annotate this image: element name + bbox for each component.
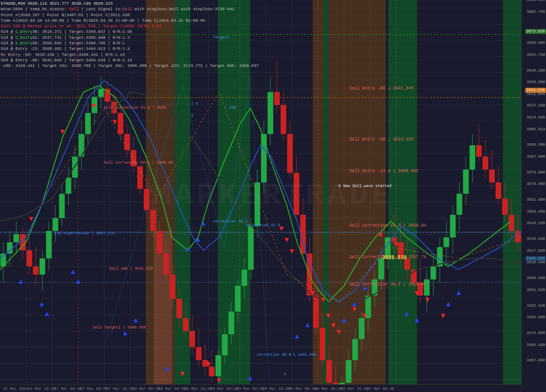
chart-canvas: [0, 0, 546, 392]
chart-container: ETHUSD,M30 3520.115 3521.777 3520.140 35…: [0, 0, 546, 392]
